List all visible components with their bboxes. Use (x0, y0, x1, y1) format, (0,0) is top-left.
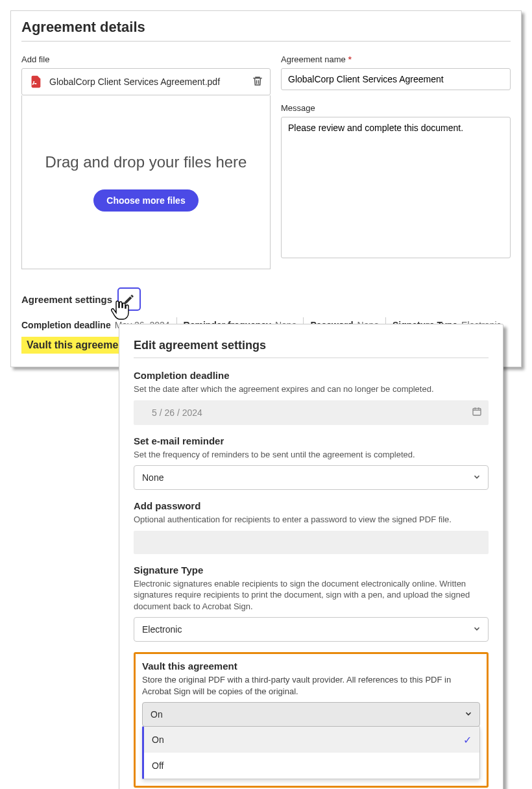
pdf-icon (29, 75, 43, 89)
agreement-name-label: Agreement name* (281, 55, 511, 64)
agreement-settings-title: Agreement settings (21, 294, 112, 305)
edit-settings-button[interactable] (117, 287, 141, 311)
page-title: Agreement details (21, 19, 511, 36)
add-file-label: Add file (21, 55, 271, 64)
message-textarea[interactable] (281, 117, 511, 258)
divider (134, 358, 489, 358)
agreement-name-input[interactable] (281, 68, 511, 90)
choose-files-button[interactable]: Choose more files (93, 189, 198, 212)
file-chip: GlobalCorp Client Services Agreement.pdf (21, 68, 271, 95)
trash-icon[interactable] (252, 75, 263, 89)
agreement-details-panel: Agreement details Add file GlobalCorp Cl… (10, 10, 522, 367)
dropzone-text: Drag and drop your files here (45, 153, 247, 171)
deadline-title: Completion deadline (134, 370, 489, 378)
message-label: Message (281, 103, 511, 113)
divider (21, 41, 511, 42)
file-dropzone[interactable]: Drag and drop your files here Choose mor… (21, 95, 271, 269)
file-name: GlobalCorp Client Services Agreement.pdf (49, 77, 220, 87)
edit-settings-modal: Edit agreement settings Completion deadl… (119, 324, 503, 378)
modal-title: Edit agreement settings (134, 339, 489, 352)
required-star-icon: * (348, 55, 352, 64)
